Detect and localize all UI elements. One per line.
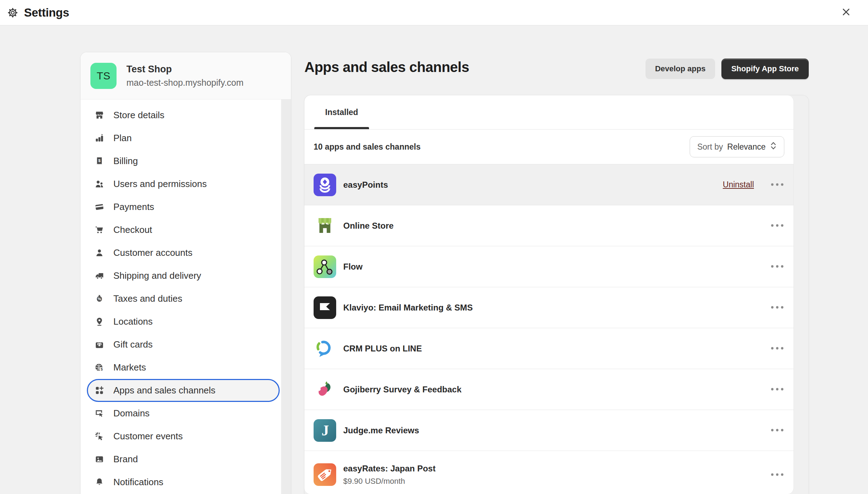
svg-text:$: $	[101, 367, 103, 371]
shop-header: TS Test Shop mao-test-shop.myshopify.com	[81, 52, 291, 100]
judgeme-app-icon: J	[314, 419, 336, 442]
app-price: $9.90 USD/month	[343, 477, 435, 486]
list-header: 10 apps and sales channels Sort by Relev…	[304, 129, 793, 164]
sidebar-item-label: Users and permissions	[113, 179, 207, 189]
app-name: Online Store	[343, 221, 394, 231]
sidebar-item-label: Gift cards	[113, 339, 153, 350]
row-menu-button[interactable]	[770, 425, 784, 436]
shop-avatar: TS	[90, 63, 117, 89]
sidebar-item-label: Customer events	[113, 431, 183, 442]
sidebar-item-plan[interactable]: Plan	[87, 127, 280, 150]
sidebar-item-users-and-permissions[interactable]: Users and permissions	[87, 173, 280, 195]
close-button[interactable]	[838, 5, 854, 20]
person-icon	[95, 248, 104, 258]
settings-topbar: Settings	[0, 0, 868, 25]
svg-text:%: %	[98, 297, 101, 301]
page-title: Settings	[24, 6, 69, 19]
sidebar-item-label: Shipping and delivery	[113, 270, 201, 281]
row-menu-button[interactable]	[770, 384, 784, 395]
app-name: Flow	[343, 262, 363, 272]
sidebar-item-markets[interactable]: $ Markets	[87, 356, 280, 379]
shop-domain: mao-test-shop.myshopify.com	[126, 78, 244, 88]
sidebar-item-store-details[interactable]: Store details	[87, 104, 280, 127]
row-menu-button[interactable]	[770, 302, 784, 313]
app-row-flow: Flow	[304, 246, 793, 287]
globe-dollar-icon: $	[95, 363, 104, 372]
sidebar-item-label: Taxes and duties	[113, 293, 182, 304]
sidebar-item-gift-cards[interactable]: Gift cards	[87, 333, 280, 356]
sidebar-item-label: Checkout	[113, 224, 152, 235]
sidebar-item-locations[interactable]: Locations	[87, 310, 280, 333]
settings-nav: Store details Plan $ Billing Users and p…	[81, 100, 291, 494]
shopify-app-store-button[interactable]: Shopify App Store	[721, 59, 809, 79]
easypoints-app-icon	[314, 174, 336, 196]
ellipsis-icon	[771, 182, 784, 187]
sidebar-item-label: Customer accounts	[113, 247, 192, 258]
app-name: Klaviyo: Email Marketing & SMS	[343, 303, 473, 313]
location-pin-icon	[95, 317, 104, 326]
sidebar-item-apps-and-sales-channels[interactable]: Apps and sales channels	[87, 379, 280, 402]
sidebar-item-brand[interactable]: Brand	[87, 448, 280, 471]
sidebar-item-label: Apps and sales channels	[113, 385, 215, 396]
app-row-online-store: Online Store	[304, 205, 793, 246]
domains-icon	[95, 409, 104, 418]
app-name: CRM PLUS on LINE	[343, 344, 422, 354]
sidebar-item-label: Markets	[113, 362, 146, 373]
tab-bar: Installed	[304, 95, 793, 129]
sidebar-item-taxes-and-duties[interactable]: % Taxes and duties	[87, 287, 280, 310]
klaviyo-app-icon	[314, 296, 336, 319]
row-menu-button[interactable]	[770, 261, 784, 272]
sidebar-item-label: Locations	[113, 316, 153, 327]
sidebar-item-payments[interactable]: Payments	[87, 195, 280, 218]
app-row-gojiberry: Gojiberry Survey & Feedback	[304, 369, 793, 410]
main-title: Apps and sales channels	[304, 59, 469, 75]
app-row-easypoints: easyPoints Uninstall	[304, 164, 793, 205]
svg-text:$: $	[98, 158, 101, 163]
sidebar-item-label: Billing	[113, 156, 138, 167]
row-menu-button[interactable]	[770, 469, 784, 480]
apps-card-surface: Installed 10 apps and sales channels Sor…	[304, 95, 794, 494]
gear-icon	[8, 8, 18, 18]
svg-text:J: J	[322, 422, 329, 439]
row-menu-button[interactable]	[770, 180, 784, 190]
uninstall-link[interactable]: Uninstall	[723, 180, 754, 189]
image-icon	[95, 454, 104, 464]
sidebar-item-notifications[interactable]: Notifications	[87, 471, 280, 494]
app-name: easyRates: Japan Post	[343, 464, 435, 474]
row-menu-button[interactable]	[770, 221, 784, 231]
main-scrollbar-track[interactable]	[794, 95, 809, 494]
store-icon	[95, 110, 104, 120]
sort-chevrons-icon	[770, 141, 777, 152]
easyrates-app-icon	[314, 463, 336, 486]
app-row-judgeme: J Judge.me Reviews	[304, 410, 793, 451]
sidebar-item-domains[interactable]: Domains	[87, 402, 280, 425]
bell-icon	[95, 477, 104, 487]
close-icon	[842, 7, 851, 18]
checkout-cart-icon	[95, 225, 104, 235]
sidebar-item-checkout[interactable]: Checkout	[87, 218, 280, 241]
ellipsis-icon	[771, 387, 784, 392]
online-store-app-icon	[314, 215, 336, 237]
sort-label: Sort by	[697, 142, 723, 152]
users-icon	[95, 179, 104, 189]
header-actions: Develop apps Shopify App Store	[646, 59, 809, 79]
cursor-click-icon	[95, 432, 104, 441]
sidebar-item-customer-accounts[interactable]: Customer accounts	[87, 241, 280, 264]
sidebar-item-customer-events[interactable]: Customer events	[87, 425, 280, 448]
ellipsis-icon	[771, 346, 784, 351]
row-menu-button[interactable]	[770, 343, 784, 354]
tax-bag-icon: %	[95, 294, 104, 303]
tab-installed[interactable]: Installed	[314, 95, 369, 129]
sort-button[interactable]: Sort by Relevance	[690, 136, 784, 157]
sidebar-item-label: Domains	[113, 408, 150, 419]
develop-apps-button[interactable]: Develop apps	[646, 59, 715, 79]
sidebar-item-shipping-and-delivery[interactable]: Shipping and delivery	[87, 264, 280, 287]
sidebar-item-label: Brand	[113, 454, 138, 465]
gift-card-icon	[95, 340, 104, 349]
ellipsis-icon	[771, 428, 784, 433]
tab-active-indicator	[314, 127, 369, 129]
sidebar-item-label: Plan	[113, 133, 132, 144]
sidebar-item-billing[interactable]: $ Billing	[87, 150, 280, 173]
apps-grid-icon	[95, 386, 104, 395]
ellipsis-icon	[771, 264, 784, 269]
